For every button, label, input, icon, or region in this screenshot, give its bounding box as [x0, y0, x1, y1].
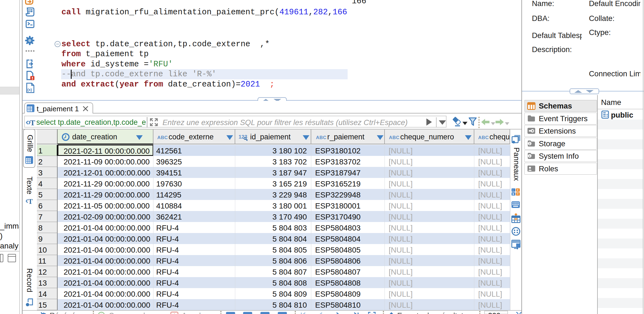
- svg-text:+: +: [517, 188, 519, 192]
- svg-text:=: =: [517, 192, 519, 196]
- svg-text:{x}: {x}: [27, 88, 32, 92]
- svg-text:-: -: [512, 188, 513, 192]
- svg-text:T: T: [30, 118, 35, 127]
- svg-text:T: T: [28, 198, 33, 205]
- svg-text:x: x: [512, 192, 514, 196]
